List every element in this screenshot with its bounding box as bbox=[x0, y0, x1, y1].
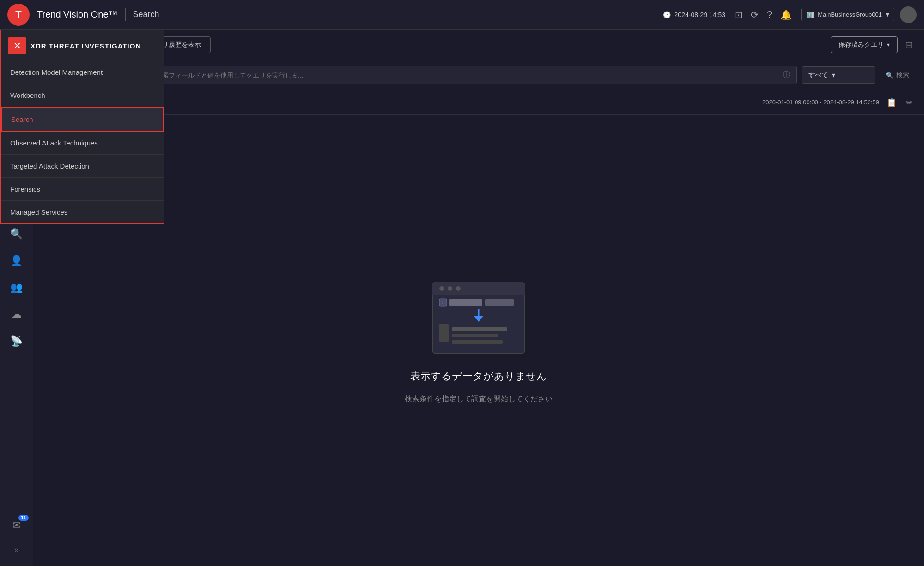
dropdown-item-forensics[interactable]: Forensics bbox=[1, 178, 164, 201]
dropdown-item-detection-model-label: Detection Model Management bbox=[10, 68, 103, 76]
search-icon: 🔍 bbox=[886, 72, 894, 79]
clock-icon: 🕐 bbox=[663, 11, 671, 18]
dropdown-item-managed-services[interactable]: Managed Services bbox=[1, 201, 164, 223]
search-button[interactable]: 🔍 検索 bbox=[880, 67, 915, 83]
dropdown-item-observed-attack[interactable]: Observed Attack Techniques bbox=[1, 132, 164, 155]
svg-rect-2 bbox=[432, 289, 525, 295]
header-account[interactable]: 🏢 MainBusinessGroup001 ▾ bbox=[801, 8, 894, 21]
sidebar-expand-icon[interactable]: » bbox=[10, 542, 22, 559]
search-row: 検索方法: 一般 ▾ ⓘ すべて ▾ 🔍 検索 bbox=[33, 60, 924, 90]
svg-rect-9 bbox=[485, 299, 514, 306]
search-button-label: 検索 bbox=[896, 71, 909, 79]
center-content: + 表示するデータがありません 検索条件を指定して調査を開始してください bbox=[33, 115, 924, 566]
svg-point-3 bbox=[439, 286, 444, 291]
dropdown-header-title: XDR THREAT INVESTIGATION bbox=[30, 42, 141, 50]
dropdown-body: Detection Model Management Workbench Sea… bbox=[0, 61, 164, 224]
svg-rect-13 bbox=[452, 327, 507, 331]
dropdown-item-targeted-attack[interactable]: Targeted Attack Detection bbox=[1, 155, 164, 178]
account-chevron-icon: ▾ bbox=[886, 10, 889, 19]
header-time: 🕐 2024-08-29 14:53 bbox=[663, 11, 726, 18]
no-data-subtitle: 検索条件を指定して調査を開始してください bbox=[405, 394, 553, 404]
edit-icon-button[interactable]: ⊟ bbox=[903, 37, 915, 52]
time-row: ⊟ 2020-01-01 09:00:00 - 2024-08-29 14:52… bbox=[33, 90, 924, 115]
dropdown-item-workbench[interactable]: Workbench bbox=[1, 84, 164, 107]
help-icon[interactable]: ? bbox=[767, 9, 772, 20]
dropdown-item-observed-attack-label: Observed Attack Techniques bbox=[10, 139, 98, 147]
bell-icon[interactable]: 🔔 bbox=[780, 9, 792, 20]
account-name: MainBusinessGroup001 bbox=[818, 11, 882, 18]
dropdown-item-detection-model[interactable]: Detection Model Management bbox=[1, 61, 164, 84]
search-scope-dropdown[interactable]: すべて ▾ bbox=[802, 66, 875, 84]
sidebar-bottom: ✉ 11 » bbox=[0, 512, 33, 566]
dropdown-item-workbench-label: Workbench bbox=[10, 91, 45, 99]
logo: T bbox=[7, 4, 30, 26]
time-range: 2020-01-01 09:00:00 - 2024-08-29 14:52:5… bbox=[762, 99, 879, 106]
saved-queries-chevron-icon: ▾ bbox=[887, 41, 890, 48]
empty-state-illustration: + bbox=[423, 277, 534, 358]
refresh-icon[interactable]: ⟳ bbox=[751, 9, 759, 20]
header-time-value: 2024-08-29 14:53 bbox=[675, 11, 726, 18]
dropdown-item-managed-services-label: Managed Services bbox=[10, 208, 67, 216]
header: T Trend Vision One™ Search 🕐 2024-08-29 … bbox=[0, 0, 924, 30]
header-page: Search bbox=[133, 10, 159, 19]
svg-point-5 bbox=[456, 286, 461, 291]
sidebar-item-cloud[interactable]: ☁ bbox=[3, 302, 30, 327]
logo-letter: T bbox=[15, 9, 21, 21]
badge-count: 11 bbox=[18, 515, 28, 521]
svg-text:+: + bbox=[441, 301, 444, 306]
sidebar-item-sensor[interactable]: 📡 bbox=[3, 329, 30, 354]
sidebar-item-users[interactable]: 👤 bbox=[3, 248, 30, 273]
svg-rect-15 bbox=[452, 340, 503, 344]
svg-rect-14 bbox=[452, 334, 498, 337]
toolbar: 脅威ハンティングクエリ クエリ履歴を表示 保存済みクエリ ▾ ⊟ bbox=[33, 30, 924, 60]
sidebar-item-group[interactable]: 👥 bbox=[3, 275, 30, 300]
search-input[interactable] bbox=[156, 72, 779, 79]
dropdown-menu: ✕ XDR THREAT INVESTIGATION Detection Mod… bbox=[0, 30, 164, 224]
monitor-icon[interactable]: ⊡ bbox=[735, 9, 742, 20]
search-info-icon: ⓘ bbox=[783, 70, 790, 80]
header-title: Trend Vision One™ bbox=[37, 9, 118, 20]
search-scope-label: すべて bbox=[808, 71, 828, 79]
main-content: 脅威ハンティングクエリ クエリ履歴を表示 保存済みクエリ ▾ ⊟ 検索方法: 一… bbox=[33, 30, 924, 566]
edit-time-icon-button[interactable]: ✏ bbox=[904, 96, 915, 109]
svg-rect-12 bbox=[439, 324, 449, 342]
calendar-icon-button[interactable]: 📋 bbox=[885, 96, 899, 109]
dropdown-item-forensics-label: Forensics bbox=[10, 185, 40, 193]
saved-queries-button[interactable]: 保存済みクエリ ▾ bbox=[831, 36, 898, 53]
dropdown-item-search-label: Search bbox=[11, 115, 33, 123]
dropdown-item-targeted-attack-label: Targeted Attack Detection bbox=[10, 162, 89, 170]
header-icons: ⊡ ⟳ ? 🔔 bbox=[735, 9, 792, 20]
dropdown-header: ✕ XDR THREAT INVESTIGATION bbox=[0, 30, 164, 61]
dropdown-item-search[interactable]: Search bbox=[1, 107, 164, 132]
account-icon: 🏢 bbox=[806, 11, 814, 18]
svg-rect-8 bbox=[449, 299, 482, 306]
sidebar-item-mail[interactable]: ✉ 11 bbox=[3, 513, 30, 538]
header-divider bbox=[125, 8, 126, 21]
no-data-title: 表示するデータがありません bbox=[410, 369, 547, 383]
search-field[interactable]: ⓘ bbox=[149, 66, 797, 84]
saved-queries-label: 保存済みクエリ bbox=[839, 41, 884, 49]
avatar[interactable] bbox=[900, 6, 917, 23]
close-menu-button[interactable]: ✕ bbox=[8, 37, 26, 54]
sidebar-item-search[interactable]: 🔍 bbox=[3, 222, 30, 247]
svg-point-4 bbox=[448, 286, 452, 291]
search-scope-chevron-icon: ▾ bbox=[832, 71, 835, 79]
